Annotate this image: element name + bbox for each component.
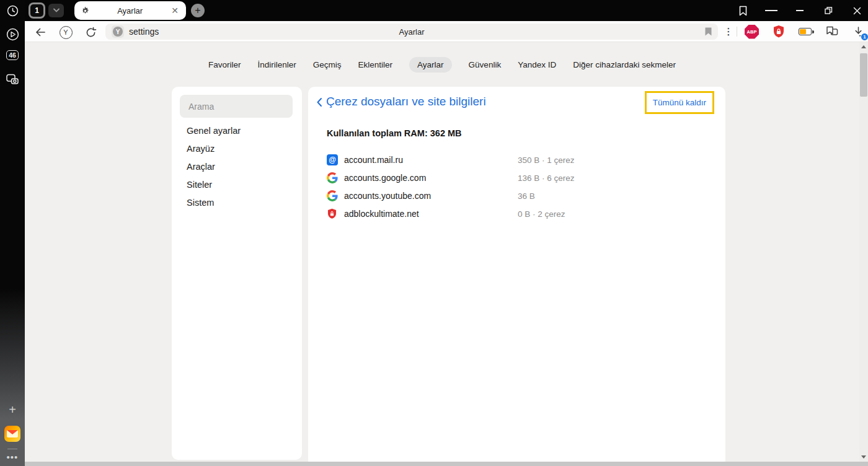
back-chevron-icon[interactable] [316,97,322,107]
tab-counter-value: 1 [30,4,43,17]
sidebar-item-arayuz[interactable]: Arayüz [172,140,302,158]
window-titlebar: 1 Ayarlar ✕ + [0,0,868,21]
screenshot-camera-icon[interactable] [0,72,25,87]
player-icon[interactable] [0,27,25,42]
scroll-up-arrow-icon[interactable] [861,45,866,48]
site-list: @ account.mail.ru 350 B · 1 çerez accoun… [308,151,725,223]
battery-saver-icon[interactable] [799,28,812,35]
red-shield-lock-icon [327,208,338,219]
new-tab-button[interactable]: + [191,4,205,17]
red-shield-lock-extension-icon[interactable] [773,25,785,38]
google-g-icon [327,190,338,201]
yandex-mail-icon[interactable] [0,426,25,442]
settings-sidebar-panel: Genel ayarlar Arayüz Araçlar Siteler Sis… [172,87,302,460]
downloads-count-badge: 1 [861,33,868,41]
sidebar-item-genel-ayarlar[interactable]: Genel ayarlar [172,122,302,140]
settings-search-input[interactable] [180,95,293,118]
page-title[interactable]: Çerez dosyaları ve site bilgileri [326,95,486,108]
address-kebab-menu-icon[interactable]: ⋮ [723,26,734,37]
history-clock-icon[interactable] [0,4,25,17]
tab-diger-cihazlar[interactable]: Diğer cihazlardaki sekmeler [573,60,676,69]
address-bar-input[interactable]: Y settings Ayarlar [105,24,718,40]
site-row-google[interactable]: accounts.google.com 136 B · 6 çerez [308,169,725,187]
collections-flag-icon[interactable] [825,25,839,38]
more-options-icon[interactable]: ••• [0,452,25,462]
total-ram-label: Kullanılan toplam RAM: 362 MB [327,128,462,138]
settings-page-tabs: Favoriler İndirilenler Geçmiş Eklentiler… [25,56,859,73]
rail-divider [0,449,25,449]
tab-close-icon[interactable]: ✕ [170,5,180,16]
window-close-button[interactable] [851,4,863,17]
yandex-home-icon[interactable]: Y [59,25,73,39]
tab-eklentiler[interactable]: Eklentiler [358,60,393,69]
address-bar-row: Y Y settings Ayarlar ⋮ ABP 1 [25,21,868,42]
tab-favoriler[interactable]: Favoriler [208,60,241,69]
tab-list-chevron-button[interactable] [48,4,64,17]
settings-section-list: Genel ayarlar Arayüz Araçlar Siteler Sis… [172,122,302,212]
page-favicon: Y [112,25,124,38]
tab-gecmis[interactable]: Geçmiş [313,60,342,69]
all-tabs-counter-badge[interactable]: 46 [0,50,25,60]
content-header: Çerez dosyaları ve site bilgileri Tümünü… [308,87,725,118]
address-page-title: Ayarlar [105,27,718,37]
tab-counter-button[interactable]: 1 [29,2,45,19]
mailru-at-icon: @ [327,154,338,165]
vertical-scrollbar[interactable] [859,42,868,462]
chevron-down-icon [53,8,60,13]
bookmark-flag-icon[interactable] [705,27,712,36]
sidebar-item-siteler[interactable]: Siteler [172,176,302,194]
bookmarks-ribbon-icon[interactable] [737,4,749,17]
back-arrow-icon[interactable] [33,25,47,39]
toolbar-separator [737,27,737,37]
refresh-icon[interactable] [84,25,97,39]
add-panel-plus-icon[interactable]: + [0,403,25,417]
horizontal-scrollbar-track[interactable] [25,462,868,466]
tab-ayarlar-active[interactable]: Ayarlar [409,57,452,73]
google-g-icon [327,172,338,183]
tab-title: Ayarlar [90,6,170,15]
adblock-plus-extension-icon[interactable]: ABP [745,25,759,39]
site-row-mailru[interactable]: @ account.mail.ru 350 B · 1 çerez [308,151,725,169]
window-minimize-button[interactable] [794,4,806,17]
browser-tab-settings[interactable]: Ayarlar ✕ [74,1,186,20]
tab-indirilenler[interactable]: İndirilenler [258,60,296,69]
scrollbar-thumb[interactable] [860,53,867,97]
sidebar-item-araclar[interactable]: Araçlar [172,158,302,176]
sidebar-item-sistem[interactable]: Sistem [172,194,302,212]
cookies-content-panel: Çerez dosyaları ve site bilgileri Tümünü… [308,87,725,466]
downloads-button[interactable]: 1 [852,26,864,38]
remove-all-button[interactable]: Tümünü kaldır [645,91,714,114]
gear-icon [81,6,90,15]
browser-side-rail: 46 + ••• [0,0,25,466]
site-row-youtube[interactable]: accounts.youtube.com 36 B [308,187,725,205]
address-url-text: settings [129,27,159,37]
window-restore-button[interactable] [822,4,835,17]
tab-yandex-id[interactable]: Yandex ID [518,60,556,69]
scroll-down-arrow-icon[interactable] [861,455,866,459]
menu-hamburger-icon[interactable] [765,4,777,17]
tab-guvenlik[interactable]: Güvenlik [469,60,502,69]
site-row-adblockultimate[interactable]: adblockultimate.net 0 B · 2 çerez [308,205,725,223]
